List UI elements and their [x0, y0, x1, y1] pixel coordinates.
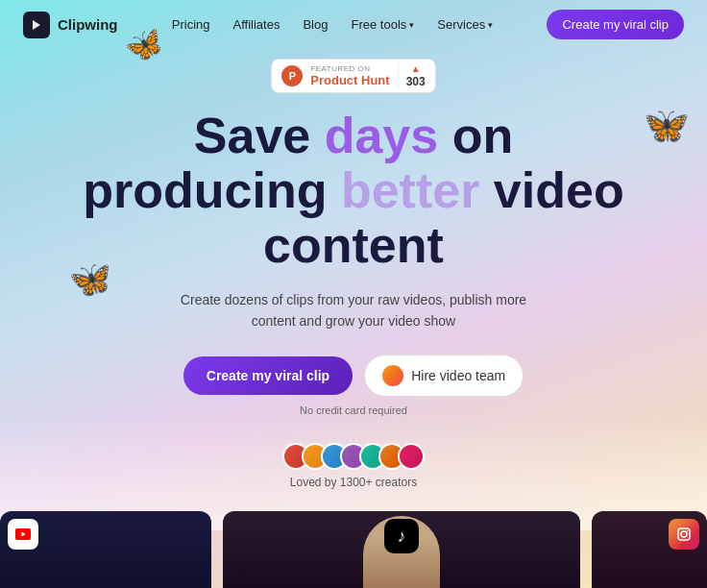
- title-on: on: [438, 108, 513, 163]
- creator-avatars: [282, 443, 425, 470]
- loved-by-text: Loved by 1300+ creators: [290, 476, 417, 489]
- hire-team-button[interactable]: Hire video team: [364, 355, 524, 397]
- featured-on-label: FEATURED ON: [310, 64, 370, 73]
- svg-point-3: [687, 530, 689, 532]
- svg-rect-1: [678, 528, 690, 540]
- tiktok-video-card: ♪: [223, 511, 580, 588]
- butterfly-mid-left-decoration: 🦋: [67, 257, 113, 302]
- tiktok-badge: ♪: [384, 519, 419, 553]
- hero-subtitle: Create dozens of clips from your raw vid…: [171, 289, 536, 332]
- hire-team-label: Hire video team: [411, 368, 505, 383]
- hero-title: Save days on producing better video cont…: [83, 109, 623, 274]
- vote-count: 303: [406, 75, 426, 88]
- nav-cta-button[interactable]: Create my viral clip: [547, 10, 684, 39]
- nav-pricing[interactable]: Pricing: [172, 17, 210, 32]
- no-credit-text: No credit card required: [300, 404, 407, 416]
- chevron-down-icon: ▾: [488, 20, 493, 30]
- title-better: better: [341, 162, 479, 218]
- svg-point-2: [681, 531, 687, 537]
- chevron-down-icon: ▾: [409, 20, 414, 30]
- card-gap-1: [211, 511, 223, 588]
- nav-services[interactable]: Services ▾: [437, 17, 493, 32]
- product-hunt-logo: P: [281, 65, 303, 86]
- instagram-badge: [669, 519, 699, 550]
- title-days: days: [325, 108, 439, 163]
- title-save: Save: [194, 108, 325, 163]
- upvote-arrow-icon: ▲: [411, 63, 421, 74]
- product-hunt-text: FEATURED ON Product Hunt: [310, 64, 389, 87]
- tiktok-icon: ♪: [398, 527, 406, 547]
- navbar: Clipwing Pricing Affiliates Blog Free to…: [0, 0, 707, 49]
- product-hunt-votes: ▲ 303: [398, 63, 426, 88]
- logo-text: Clipwing: [58, 16, 118, 33]
- title-content: content: [263, 217, 444, 273]
- avatar-7: [398, 443, 425, 470]
- social-proof: Loved by 1300+ creators: [282, 443, 425, 489]
- youtube-video-card: [0, 511, 211, 588]
- card-gap-2: [580, 511, 592, 588]
- title-producing: producing: [83, 162, 341, 218]
- product-hunt-badge[interactable]: P FEATURED ON Product Hunt ▲ 303: [271, 59, 435, 93]
- hero-buttons: Create my viral clip Hire video team: [183, 355, 524, 397]
- create-clip-button[interactable]: Create my viral clip: [183, 356, 353, 395]
- team-avatar-icon: [382, 365, 403, 386]
- nav-blog[interactable]: Blog: [303, 17, 328, 32]
- product-hunt-name: Product Hunt: [310, 73, 389, 87]
- bottom-video-cards: ♪: [0, 511, 707, 588]
- logo-icon: [23, 12, 50, 38]
- nav-free-tools[interactable]: Free tools ▾: [351, 17, 414, 32]
- youtube-badge: [8, 519, 38, 550]
- nav-affiliates[interactable]: Affiliates: [233, 17, 280, 32]
- butterfly-top-right-decoration: 🦋: [640, 100, 692, 149]
- title-video: video: [479, 162, 623, 218]
- logo[interactable]: Clipwing: [23, 12, 118, 38]
- nav-links: Pricing Affiliates Blog Free tools ▾ Ser…: [172, 17, 493, 32]
- instagram-video-card: [592, 511, 707, 588]
